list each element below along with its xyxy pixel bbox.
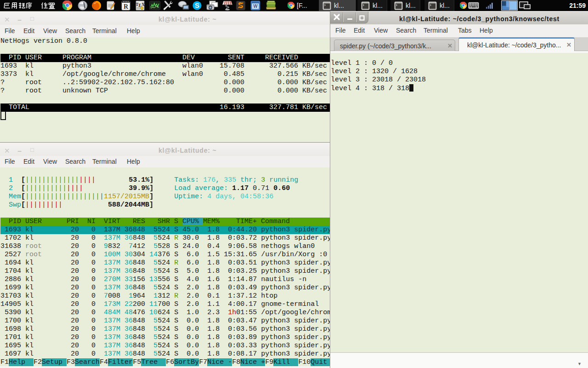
svg-text:W: W	[253, 4, 258, 9]
svg-text:R: R	[124, 3, 129, 10]
svg-text:S: S	[195, 1, 199, 9]
